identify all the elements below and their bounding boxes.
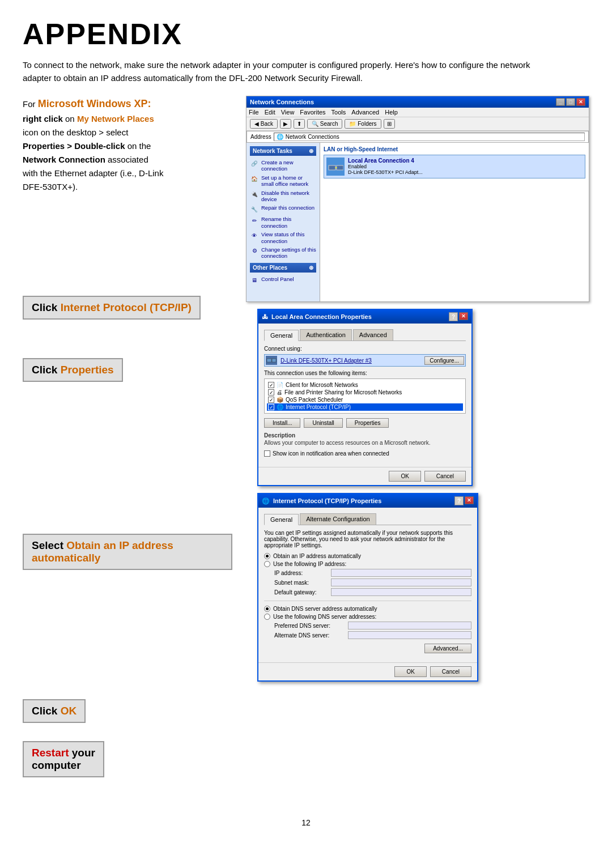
radio-obtain-ip[interactable]: Obtain an IP address automatically bbox=[264, 553, 471, 559]
use-dns-radio[interactable] bbox=[264, 614, 270, 620]
address-label: Address bbox=[250, 134, 271, 140]
gateway-input[interactable] bbox=[331, 588, 471, 596]
svg-rect-1 bbox=[337, 165, 343, 170]
properties-dialog: 🖧 Local Area Connection Properties ? ✕ G… bbox=[257, 309, 473, 486]
restart-prefix: Restart bbox=[32, 747, 69, 759]
task-view-status[interactable]: 👁 View status of this connection bbox=[250, 230, 316, 245]
tab-general[interactable]: General bbox=[264, 330, 299, 341]
connection-detail: D-Link DFE-530TX+ PCI Adapt... bbox=[348, 169, 423, 175]
ok-highlight: OK bbox=[61, 705, 77, 717]
tcpip-cancel-btn[interactable]: Cancel bbox=[430, 666, 471, 677]
menu-tools[interactable]: Tools bbox=[332, 109, 346, 116]
control-panel-link[interactable]: 🖥 Control Panel bbox=[250, 275, 316, 286]
left-annotations: For Microsoft Windows XP: right click on… bbox=[23, 96, 232, 795]
item-client-checkbox[interactable]: ✓ bbox=[268, 382, 274, 388]
ip-address-input[interactable] bbox=[331, 569, 471, 577]
right-click-label: right click bbox=[23, 114, 63, 124]
use-ip-radio[interactable] bbox=[264, 561, 270, 567]
radio-obtain-dns[interactable]: Obtain DNS server address automatically bbox=[264, 606, 471, 612]
minimize-btn[interactable]: _ bbox=[556, 98, 565, 106]
adapter-icon bbox=[266, 356, 277, 365]
close-btn[interactable]: ✕ bbox=[576, 98, 585, 106]
alternate-dns-input[interactable] bbox=[348, 631, 471, 639]
tcpip-tab-alternate[interactable]: Alternate Configuration bbox=[300, 513, 376, 525]
obtain-ip-radio[interactable] bbox=[264, 553, 270, 559]
restart-label-box: Restart yourcomputer bbox=[23, 741, 104, 777]
tcpip-ok-btn[interactable]: OK bbox=[394, 666, 426, 677]
tasks-collapse[interactable]: ⊛ bbox=[309, 148, 313, 154]
ok-prefix: Click bbox=[32, 705, 61, 717]
cancel-btn[interactable]: Cancel bbox=[424, 471, 466, 482]
preferred-dns-label: Preferred DNS server: bbox=[274, 623, 348, 629]
properties-btn[interactable]: Properties bbox=[346, 418, 389, 428]
properties-tabs: General Authentication Advanced bbox=[264, 329, 466, 341]
tab-authentication[interactable]: Authentication bbox=[300, 329, 352, 341]
network-connections-window: Network Connections _ □ ✕ File Edit View… bbox=[246, 96, 589, 302]
repair-icon: 🔧 bbox=[250, 205, 259, 214]
dialog-close-btn[interactable]: ✕ bbox=[459, 312, 468, 320]
menu-favorites[interactable]: Favorites bbox=[300, 109, 325, 116]
properties-footer: OK Cancel bbox=[258, 467, 471, 485]
menu-view[interactable]: View bbox=[281, 109, 295, 116]
restore-btn[interactable]: □ bbox=[566, 98, 575, 106]
item-qos-icon: 📦 bbox=[277, 397, 283, 403]
network-window-titlebar: Network Connections _ □ ✕ bbox=[246, 96, 589, 108]
ok-btn[interactable]: OK bbox=[389, 471, 420, 482]
page-number: 12 bbox=[23, 812, 589, 833]
properties-highlight: Properties bbox=[61, 364, 114, 376]
search-btn[interactable]: 🔍 Search bbox=[307, 119, 342, 129]
menu-advanced[interactable]: Advanced bbox=[351, 109, 379, 116]
tcpip-help-icon[interactable]: ? bbox=[454, 496, 464, 505]
help-icon[interactable]: ? bbox=[449, 312, 458, 321]
tcpip-tab-general[interactable]: General bbox=[264, 514, 299, 525]
item-client: ✓ 📄 Client for Microsoft Networks bbox=[267, 381, 463, 389]
view-btn[interactable]: ⊞ bbox=[384, 119, 395, 129]
ip-address-label: IP address: bbox=[274, 570, 331, 576]
task-create-label: Create a new connection bbox=[261, 159, 316, 172]
item-qos-checkbox[interactable]: ✓ bbox=[268, 397, 274, 403]
network-window-content: Network Tasks ⊛ 🔗 Create a new connectio… bbox=[246, 143, 589, 301]
ok-label-box: Click OK bbox=[23, 699, 86, 723]
up-btn[interactable]: ⬆ bbox=[294, 119, 305, 129]
subnet-mask-input[interactable] bbox=[331, 578, 471, 586]
install-btn[interactable]: Install... bbox=[264, 418, 300, 428]
uninstall-btn[interactable]: Uninstall bbox=[304, 418, 342, 428]
item-tcpip-checkbox[interactable]: ✓ bbox=[268, 404, 274, 410]
create-icon: 🔗 bbox=[250, 159, 259, 168]
task-rename[interactable]: ✏ Rename this connection bbox=[250, 215, 316, 230]
network-connection-label: Network Connection bbox=[23, 155, 105, 164]
show-icon-checkbox[interactable] bbox=[264, 450, 270, 457]
forward-btn[interactable]: ▶ bbox=[280, 119, 291, 129]
task-disable[interactable]: 🔌 Disable this network device bbox=[250, 189, 316, 204]
obtain-dns-radio[interactable] bbox=[264, 606, 270, 612]
task-create-connection[interactable]: 🔗 Create a new connection bbox=[250, 158, 316, 173]
folders-btn[interactable]: 📁 Folders bbox=[345, 119, 381, 129]
radio-use-ip[interactable]: Use the following IP address: bbox=[264, 561, 471, 567]
menu-file[interactable]: File bbox=[249, 109, 259, 116]
window-controls: _ □ ✕ bbox=[556, 98, 585, 106]
item-printer-checkbox[interactable]: ✓ bbox=[268, 389, 274, 395]
address-value: Network Connections bbox=[286, 134, 339, 140]
radio-use-dns[interactable]: Use the following DNS server addresses: bbox=[264, 614, 471, 620]
step-tcp-section: Click Internet Protocol (TCP/IP) bbox=[23, 296, 232, 324]
tab-advanced[interactable]: Advanced bbox=[353, 329, 393, 341]
menu-edit[interactable]: Edit bbox=[265, 109, 275, 116]
task-change-settings[interactable]: ⚙ Change settings of this connection bbox=[250, 245, 316, 261]
tcpip-intro: You can get IP settings assigned automat… bbox=[264, 530, 471, 548]
item-tcpip[interactable]: ✓ 🌐 Internet Protocol (TCP/IP) bbox=[267, 403, 463, 411]
preferred-dns-input[interactable] bbox=[348, 622, 471, 629]
properties-title-icon: 🖧 bbox=[262, 313, 268, 320]
connection-item[interactable]: Local Area Connection 4 Enabled D-Link D… bbox=[324, 155, 585, 178]
network-window-title: Network Connections bbox=[250, 99, 314, 105]
task-repair[interactable]: 🔧 Repair this connection bbox=[250, 203, 316, 215]
description-box: Description Allows your computer to acce… bbox=[264, 432, 466, 446]
menu-help[interactable]: Help bbox=[385, 109, 398, 116]
other-places-collapse[interactable]: ⊛ bbox=[309, 265, 313, 271]
back-btn[interactable]: ◀ Back bbox=[250, 119, 278, 129]
tcpip-close-btn[interactable]: ✕ bbox=[465, 496, 474, 504]
configure-btn[interactable]: Configure... bbox=[424, 356, 464, 365]
task-home-office[interactable]: 🏠 Set up a home or small office network bbox=[250, 173, 316, 189]
rename-icon: ✏ bbox=[250, 216, 259, 225]
advanced-btn[interactable]: Advanced... bbox=[424, 644, 471, 653]
show-icon-label: Show icon in notification area when conn… bbox=[273, 450, 389, 457]
